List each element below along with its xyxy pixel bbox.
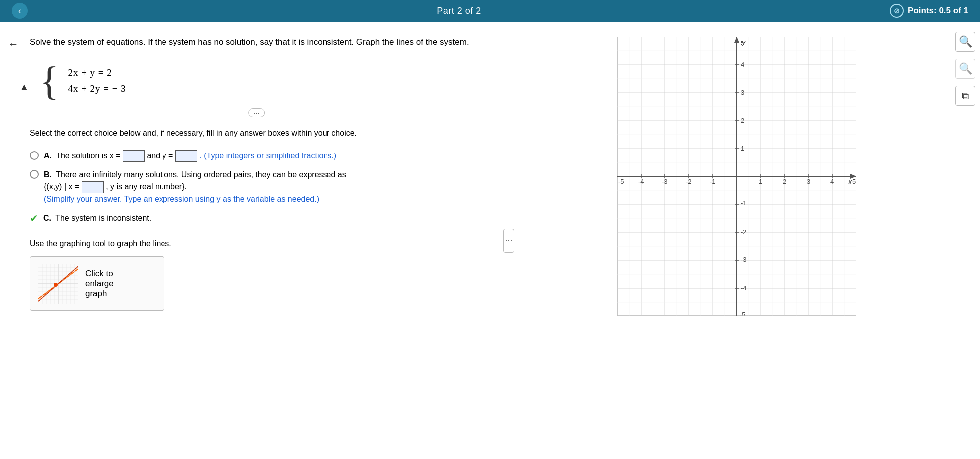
choice-a-part2: and y = [147, 152, 173, 160]
graphing-tool-text: Use the graphing tool to graph the lines… [30, 239, 483, 248]
svg-text:-3: -3 [662, 178, 668, 185]
choice-b: B. There are infinitely many solutions. … [30, 169, 483, 205]
svg-text:-1: -1 [710, 178, 716, 185]
svg-text:4: 4 [830, 178, 834, 185]
svg-text:4: 4 [741, 61, 744, 68]
radio-b[interactable] [30, 170, 39, 179]
choice-b-part4: (Simplify your answer. Type an expressio… [44, 195, 319, 203]
choice-a-label: A. [44, 152, 52, 160]
svg-text:1: 1 [759, 178, 762, 185]
graph-container: y x 4 3 2 1 -1 -2 -3 -4 -5 5 -5 -4 -3 [617, 37, 856, 316]
back-arrow-icon[interactable]: ← [8, 38, 19, 51]
svg-text:1: 1 [741, 145, 744, 152]
enlarge-line3: graph [85, 289, 114, 299]
enlarge-line2: enlarge [85, 279, 114, 289]
choice-a: A. The solution is x = and y = . (Type i… [30, 150, 483, 162]
equations-list: 2x + y = 2 4x + 2y = − 3 [68, 67, 126, 94]
points-text: Points: 0.5 of 1 [908, 6, 968, 16]
equation-1: 2x + y = 2 [68, 67, 126, 78]
external-link-button[interactable]: ⧉ [955, 86, 975, 106]
answer-box-y[interactable] [175, 150, 197, 162]
radio-a[interactable] [30, 151, 39, 160]
choice-b-part1: There are infinitely many solutions. Usi… [56, 170, 346, 179]
svg-text:-1: -1 [741, 199, 747, 207]
choice-c-text: C. The system is inconsistent. [43, 212, 151, 224]
left-panel: ← ▲ Solve the system of equations. If th… [0, 22, 503, 459]
choice-b-text: B. There are infinitely many solutions. … [44, 169, 346, 205]
graph-svg[interactable]: y x 4 3 2 1 -1 -2 -3 -4 -5 5 -5 -4 -3 [617, 37, 856, 316]
right-icons: 🔍 🔍 ⧉ [955, 32, 975, 106]
answer-box-b[interactable] [82, 181, 104, 193]
choice-b-label: B. [44, 170, 52, 179]
enlarge-graph-button[interactable]: Click to enlarge graph [30, 256, 164, 311]
choice-a-text: A. The solution is x = and y = . (Type i… [44, 150, 336, 162]
right-panel: ⋮ 🔍 🔍 ⧉ [503, 22, 980, 459]
svg-text:2: 2 [741, 117, 744, 124]
part-label: Part 2 of 2 [437, 6, 481, 16]
graph-preview-thumbnail [38, 264, 78, 304]
choice-c-label: C. [43, 214, 51, 222]
problem-instructions: Solve the system of equations. If the sy… [30, 36, 479, 49]
enlarge-line1: Click to [85, 269, 114, 279]
check-icon: ✔ [30, 212, 38, 224]
equations-box: { 2x + y = 2 4x + 2y = − 3 [40, 61, 483, 101]
enlarge-label: Click to enlarge graph [85, 269, 114, 299]
up-arrow-icon[interactable]: ▲ [20, 82, 29, 92]
svg-text:-2: -2 [686, 178, 692, 185]
points-icon: ⊘ [890, 4, 904, 18]
choice-b-part2: {(x,y) | x = [44, 182, 79, 191]
panel-dots-button[interactable]: ⋮ [503, 229, 514, 253]
choices-container: A. The solution is x = and y = . (Type i… [30, 150, 483, 225]
svg-point-20 [54, 283, 58, 287]
left-brace: { [40, 61, 59, 101]
choice-c: ✔ C. The system is inconsistent. [30, 212, 483, 224]
equation-2: 4x + 2y = − 3 [68, 83, 126, 94]
svg-text:5: 5 [741, 39, 744, 47]
choice-a-part1: The solution is x = [56, 152, 120, 160]
answer-box-x[interactable] [123, 150, 145, 162]
header-bar: ‹ Part 2 of 2 ⊘ Points: 0.5 of 1 [0, 0, 980, 22]
svg-text:x: x [848, 177, 852, 186]
svg-text:3: 3 [741, 89, 744, 96]
thumbnail-svg [38, 264, 78, 304]
choice-c-text-content: The system is inconsistent. [55, 214, 151, 222]
select-instructions: Select the correct choice below and, if … [30, 127, 483, 139]
svg-text:-2: -2 [741, 228, 747, 236]
svg-text:2: 2 [783, 178, 786, 185]
svg-text:5: 5 [852, 178, 856, 185]
svg-text:-4: -4 [638, 178, 644, 185]
zoom-out-button[interactable]: 🔍 [955, 59, 975, 79]
svg-text:-4: -4 [741, 284, 747, 292]
svg-text:-5: -5 [618, 178, 624, 185]
choice-a-part3: . (Type integers or simplified fractions… [199, 152, 336, 160]
svg-text:-5: -5 [740, 311, 746, 316]
points-section: ⊘ Points: 0.5 of 1 [890, 4, 968, 18]
main-content: ← ▲ Solve the system of equations. If th… [0, 22, 980, 459]
svg-text:3: 3 [807, 178, 810, 185]
svg-text:-3: -3 [741, 256, 747, 263]
zoom-in-button[interactable]: 🔍 [955, 32, 975, 52]
choice-b-part3: , y is any real number}. [106, 182, 187, 191]
nav-prev-button[interactable]: ‹ [12, 3, 28, 19]
divider-dots: ··· [248, 108, 265, 117]
